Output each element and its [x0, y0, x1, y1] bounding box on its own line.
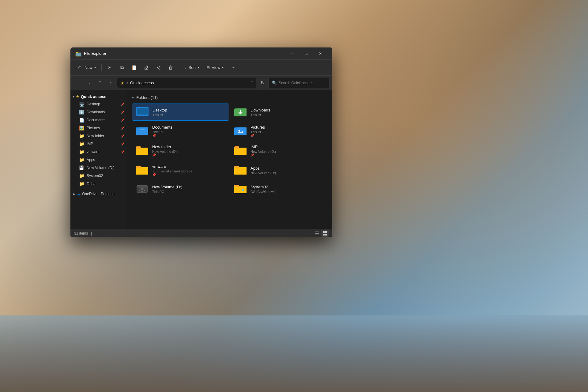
grid-view-button[interactable] — [321, 230, 329, 237]
quick-access-header[interactable]: ▾ ★ Quick access — [70, 93, 127, 100]
folder-downloads-name: Downloads — [251, 108, 324, 112]
folder-pictures-info: Pictures This PC 📌 — [251, 125, 324, 137]
search-box[interactable]: 🔍 Search Quick access — [269, 78, 330, 88]
toolbar: ⊕ New ▾ ✂ ⧉ 📋 🗑 ↕ Sort — [70, 60, 332, 76]
status-separator: | — [91, 231, 92, 236]
share-button[interactable] — [153, 62, 164, 73]
folder-tile-imp[interactable]: IMP New Volume (D:) 📌 — [230, 141, 327, 160]
svg-rect-54 — [325, 234, 327, 236]
address-path: Quick access — [130, 81, 249, 85]
sidebar-item-new-volume[interactable]: 💾 New Volume (D:) — [70, 164, 127, 172]
minimize-button[interactable]: ─ — [285, 49, 299, 58]
folder-tile-vmware[interactable]: vmware T...\Internal shared storage 📌 — [132, 161, 229, 179]
svg-rect-28 — [136, 146, 141, 149]
apps-icon: 📁 — [79, 157, 84, 162]
folders-chevron-icon[interactable]: ▾ — [132, 96, 134, 100]
folder-new-folder-pin-icon: 📌 — [152, 153, 225, 157]
sidebar-item-imp[interactable]: 📁 IMP 📌 — [70, 140, 127, 148]
delete-button[interactable]: 🗑 — [165, 62, 176, 73]
view-button[interactable]: ⊞ View ▾ — [203, 62, 227, 73]
folder-tile-apps[interactable]: Apps New Volume (D:) — [230, 161, 327, 179]
sidebar: ▾ ★ Quick access 🖥️ Desktop 📌 ⬇️ Downloa… — [70, 90, 127, 229]
close-button[interactable]: ✕ — [313, 49, 327, 58]
svg-point-25 — [239, 130, 240, 131]
new-icon: ⊕ — [77, 65, 83, 70]
sidebar-desktop-label: Desktop — [87, 102, 118, 106]
sidebar-item-documents[interactable]: 📄 Documents 📌 — [70, 116, 127, 124]
folder-tile-new-volume[interactable]: New Volume (D:) This PC — [132, 181, 229, 197]
cut-button[interactable]: ✂ — [104, 62, 115, 73]
sidebar-item-pictures[interactable]: 🖼️ Pictures 📌 — [70, 124, 127, 132]
imp-icon: 📁 — [79, 141, 84, 146]
new-button[interactable]: ⊕ New ▾ — [74, 62, 99, 73]
folder-system32-name: System32 — [251, 185, 324, 189]
recent-button[interactable]: ˅ — [95, 78, 105, 88]
svg-line-8 — [157, 66, 160, 68]
folder-imp-pin-icon: 📌 — [251, 153, 324, 157]
folder-tile-pictures[interactable]: Pictures This PC 📌 — [230, 122, 327, 140]
quick-access-chevron-icon: ▾ — [73, 95, 74, 98]
file-explorer-window: File Explorer ─ □ ✕ ⊕ New ▾ ✂ ⧉ 📋 — [70, 47, 332, 237]
folder-pictures-pin-icon: 📌 — [251, 134, 324, 137]
flamingo-silhouettes — [0, 270, 588, 392]
refresh-button[interactable]: ↻ — [258, 78, 267, 88]
quick-access-star-icon: ★ — [76, 94, 80, 99]
folder-imp-sub: New Volume (D:) — [251, 150, 324, 153]
sidebar-item-desktop[interactable]: 🖥️ Desktop 📌 — [70, 100, 127, 108]
folder-tile-system32[interactable]: System32 OS (C:\Windows) — [230, 181, 327, 197]
app-icon — [75, 51, 81, 57]
folder-tile-new-folder[interactable]: New folder New Volume (D:) 📌 — [132, 141, 229, 160]
list-view-button[interactable] — [313, 230, 321, 237]
folder-documents-pin-icon: 📌 — [152, 134, 225, 137]
folder-tile-documents[interactable]: Documents This PC 📌 — [132, 122, 229, 140]
window-title: File Explorer — [84, 51, 285, 56]
folder-tile-downloads[interactable]: Downloads This PC — [230, 104, 327, 121]
paste-button[interactable]: 📋 — [129, 62, 140, 73]
folder-desktop-icon — [136, 107, 149, 117]
back-button[interactable]: ← — [73, 78, 83, 88]
sidebar-imp-label: IMP — [87, 142, 118, 146]
more-button[interactable]: ··· — [228, 62, 239, 73]
sidebar-system32-label: System32 — [87, 174, 124, 178]
onedrive-header[interactable]: ▶ ☁ OneDrive - Persona — [70, 190, 127, 198]
view-label: View — [212, 65, 220, 70]
search-icon: 🔍 — [272, 81, 277, 85]
sidebar-item-new-folder[interactable]: 📁 New folder 📌 — [70, 132, 127, 140]
folder-downloads-info: Downloads This PC — [251, 108, 324, 117]
desktop-pin-icon: 📌 — [121, 103, 124, 106]
new-folder-pin-icon: 📌 — [121, 134, 124, 138]
view-chevron-icon: ▾ — [222, 66, 224, 69]
view-toggle-buttons — [313, 230, 329, 237]
address-input[interactable]: ★ > Quick access ˅ — [117, 78, 256, 88]
sort-button[interactable]: ↕ Sort ▾ — [182, 62, 202, 73]
sidebar-item-downloads[interactable]: ⬇️ Downloads 📌 — [70, 108, 127, 116]
copy-button[interactable]: ⧉ — [116, 62, 127, 73]
folder-system32-icon — [234, 184, 247, 194]
status-text: 31 items | — [74, 231, 313, 236]
sidebar-item-vmware[interactable]: 📁 vmware 📌 — [70, 148, 127, 156]
folder-imp-info: IMP New Volume (D:) 📌 — [251, 145, 324, 157]
folder-new-volume-info: New Volume (D:) This PC — [152, 185, 225, 194]
forward-button[interactable]: → — [84, 78, 94, 88]
sidebar-item-apps[interactable]: 📁 Apps — [70, 156, 127, 164]
maximize-button[interactable]: □ — [299, 49, 313, 58]
svg-rect-53 — [323, 234, 325, 236]
folder-vmware-name: vmware — [152, 164, 225, 169]
onedrive-chevron-icon: ▶ — [73, 192, 75, 196]
svg-rect-3 — [76, 53, 81, 56]
folder-apps-icon — [234, 165, 247, 175]
system32-icon: 📁 — [79, 173, 84, 178]
folder-new-volume-icon — [136, 184, 149, 194]
folder-apps-sub: New Volume (D:) — [251, 171, 324, 175]
folder-downloads-sub: This PC — [251, 113, 324, 117]
folder-new-volume-name: New Volume (D:) — [152, 185, 225, 189]
rename-button[interactable] — [141, 62, 152, 73]
more-icon: ··· — [232, 65, 236, 70]
up-button[interactable]: ↑ — [106, 78, 116, 88]
sidebar-item-system32[interactable]: 📁 System32 — [70, 172, 127, 180]
folder-vmware-pin-icon: 📌 — [152, 173, 225, 176]
folder-tile-desktop[interactable]: Desktop This PC — [132, 104, 229, 121]
sidebar-item-taiba[interactable]: 📁 Taiba — [70, 180, 127, 188]
pictures-pin-icon: 📌 — [121, 126, 124, 130]
svg-rect-49 — [315, 233, 319, 234]
